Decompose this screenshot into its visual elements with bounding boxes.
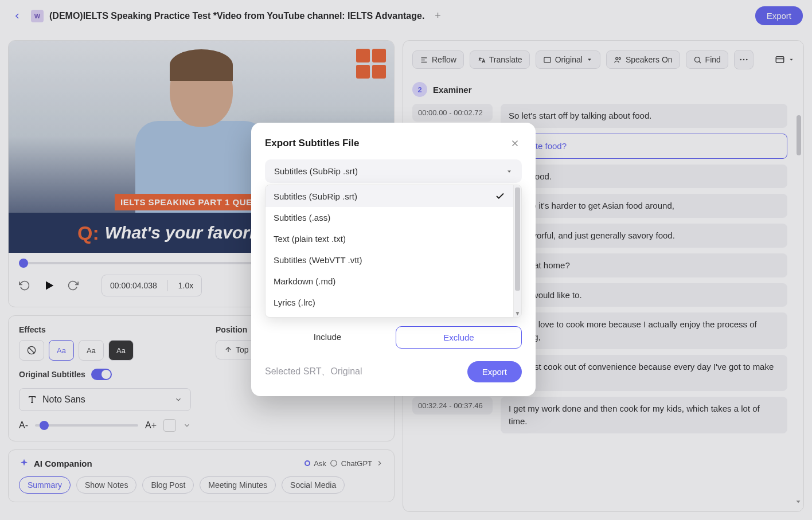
option-label: Subtitles (SubRip .srt) bbox=[274, 191, 357, 201]
include-button[interactable]: Include bbox=[265, 326, 390, 349]
dropdown-option[interactable]: Subtitles (.ass) bbox=[266, 207, 513, 228]
option-label: Lyrics (.lrc) bbox=[274, 298, 315, 307]
dropdown-option[interactable]: PDF (.pdf) bbox=[266, 313, 513, 317]
option-label: Subtitles (WebVTT .vtt) bbox=[274, 255, 362, 265]
check-icon bbox=[495, 191, 505, 201]
selected-summary: Selected SRT、Original bbox=[265, 366, 362, 378]
exclude-button[interactable]: Exclude bbox=[396, 326, 522, 349]
option-label: Text (plain text .txt) bbox=[274, 234, 346, 244]
dropdown-option[interactable]: Subtitles (SubRip .srt) bbox=[266, 185, 513, 207]
dropdown-option[interactable]: Lyrics (.lrc) bbox=[266, 292, 513, 313]
format-select[interactable]: Subtitles (SubRip .srt) bbox=[265, 159, 522, 183]
option-label: Subtitles (.ass) bbox=[274, 213, 330, 222]
svg-marker-25 bbox=[508, 170, 511, 173]
option-label: Markdown (.md) bbox=[274, 276, 335, 286]
export-subtitles-modal: Export Subtitles File Subtitles (SubRip … bbox=[251, 123, 536, 396]
chevron-down-icon bbox=[506, 168, 513, 175]
dropdown-option[interactable]: Text (plain text .txt) bbox=[266, 228, 513, 249]
format-dropdown: Subtitles (SubRip .srt) Subtitles (.ass)… bbox=[265, 185, 522, 318]
dropdown-scroll-thumb[interactable] bbox=[515, 187, 520, 291]
modal-title: Export Subtitles File bbox=[265, 138, 359, 149]
modal-close-button[interactable] bbox=[508, 136, 522, 150]
dropdown-scroll-down[interactable]: ▼ bbox=[514, 309, 521, 317]
modal-export-button[interactable]: Export bbox=[467, 361, 522, 382]
dropdown-scrollbar[interactable]: ▼ bbox=[513, 185, 521, 317]
dropdown-option[interactable]: Markdown (.md) bbox=[266, 271, 513, 292]
selected-format-label: Subtitles (SubRip .srt) bbox=[274, 166, 358, 176]
dropdown-option[interactable]: Subtitles (WebVTT .vtt) bbox=[266, 249, 513, 271]
